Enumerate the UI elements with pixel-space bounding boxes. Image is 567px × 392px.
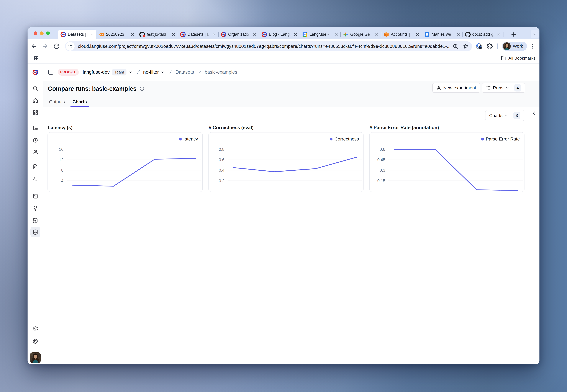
legend-label: latency xyxy=(184,136,198,141)
browser-menu-icon[interactable] xyxy=(530,43,536,49)
chevron-down-icon xyxy=(533,32,537,36)
tab-close-icon[interactable] xyxy=(456,32,460,37)
sidebar-item-search[interactable] xyxy=(30,83,40,94)
minimize-window-button[interactable] xyxy=(40,31,43,35)
new-experiment-button[interactable]: New experiment xyxy=(432,83,480,93)
sidebar-item-settings[interactable] xyxy=(30,323,40,334)
browser-tab[interactable]: Accounts | xyxy=(381,30,422,39)
tab-close-icon[interactable] xyxy=(293,32,298,37)
tab-title: feat(io-tabl xyxy=(147,32,170,37)
project-chevron-down-icon[interactable] xyxy=(161,70,165,74)
sidebar-item-home[interactable] xyxy=(30,95,40,106)
org-type-badge: Team xyxy=(112,69,127,75)
tab-groups-icon[interactable] xyxy=(34,56,39,61)
browser-tab[interactable]: feat(io-tabl xyxy=(137,30,178,39)
address-bar[interactable]: cloud.langfuse.com/project/cmfwgv8fx002o… xyxy=(65,41,472,51)
breadcrumb-slash-icon xyxy=(136,68,141,76)
breadcrumb-project[interactable]: no-filter xyxy=(143,70,159,75)
tab-close-icon[interactable] xyxy=(334,32,339,37)
tab-search-button[interactable] xyxy=(531,30,539,38)
bookmark-star-icon[interactable] xyxy=(463,43,469,49)
zoom-icon[interactable] xyxy=(453,43,458,49)
charts-menu-button[interactable]: Charts 3 xyxy=(485,110,524,121)
sidebar-item-insights[interactable] xyxy=(30,203,40,213)
chart-1: # Correctness (eval)0.20.40.60.8Correctn… xyxy=(209,125,364,192)
chart-0: Latency (s)481216latency xyxy=(47,125,203,192)
sidebar-item-prompts[interactable] xyxy=(30,161,40,172)
tab-close-icon[interactable] xyxy=(375,32,379,37)
langfuse-logo[interactable] xyxy=(28,64,43,81)
charts-panel: Charts 3 Latency (s)481216latency# Corre… xyxy=(43,107,529,364)
browser-tab[interactable]: Blog - Lang xyxy=(259,30,300,39)
sidebar-item-playground[interactable] xyxy=(30,173,40,184)
sidebar-toggle-icon[interactable] xyxy=(48,69,54,75)
tab-close-icon[interactable] xyxy=(415,32,420,37)
tab-charts[interactable]: Charts xyxy=(71,99,89,107)
svg-text:0.15: 0.15 xyxy=(377,179,385,183)
annotation-icon xyxy=(32,217,38,223)
collapse-panel-icon[interactable] xyxy=(532,111,537,115)
breadcrumb-slash-icon xyxy=(168,68,173,76)
breadcrumb-section[interactable]: Datasets xyxy=(175,70,194,75)
search-icon xyxy=(32,86,38,91)
chart-legend: latency xyxy=(179,136,198,141)
sidebar-item-users[interactable] xyxy=(30,147,40,157)
toolbar-right-cluster: Work xyxy=(476,42,536,51)
browser-tab[interactable]: Datasets | L xyxy=(58,30,96,39)
tab-close-icon[interactable] xyxy=(130,32,135,37)
browser-tab[interactable]: Google Ge xyxy=(340,30,381,39)
page-header: Compare runs: basic-examples New experim… xyxy=(43,81,539,107)
sidebar-item-tracing[interactable] xyxy=(30,123,40,134)
org-chevron-down-icon[interactable] xyxy=(128,70,132,74)
tab-outputs[interactable]: Outputs xyxy=(47,99,67,107)
playground-icon xyxy=(32,176,38,182)
browser-tab[interactable]: Langfuse - xyxy=(300,30,340,39)
sidebar-item-dashboards[interactable] xyxy=(30,107,40,118)
tab-title: 20250923 xyxy=(106,32,129,37)
tab-close-icon[interactable] xyxy=(90,32,94,37)
browser-tab[interactable]: Organizatio xyxy=(218,30,259,39)
folder-icon xyxy=(501,56,506,61)
sidebar-item-sessions[interactable] xyxy=(30,135,40,145)
close-window-button[interactable] xyxy=(34,31,37,35)
breadcrumb: PROD-EU langfuse-dev Team no-filter Data… xyxy=(43,64,539,81)
sidebar-item-evaluators[interactable] xyxy=(30,191,40,201)
all-bookmarks-button[interactable]: All Bookmarks xyxy=(501,56,536,61)
extensions-icon[interactable] xyxy=(486,43,493,50)
flask-icon xyxy=(437,86,441,90)
favicon-langfuse xyxy=(180,32,186,37)
sidebar-item-datasets[interactable] xyxy=(30,227,40,237)
reload-button[interactable] xyxy=(53,43,60,49)
tab-close-icon[interactable] xyxy=(171,32,176,37)
new-tab-button[interactable] xyxy=(510,31,517,38)
forward-button[interactable] xyxy=(42,43,48,49)
home-icon xyxy=(32,98,38,103)
svg-text:8: 8 xyxy=(61,168,64,173)
password-manager-icon[interactable] xyxy=(476,43,482,50)
browser-tab[interactable]: Datasets | L xyxy=(178,30,218,39)
tab-close-icon[interactable] xyxy=(497,32,501,37)
zoom-window-button[interactable] xyxy=(46,31,50,35)
site-settings-icon[interactable] xyxy=(66,42,75,51)
info-icon[interactable] xyxy=(140,86,144,91)
sidebar-item-annotation[interactable] xyxy=(30,215,40,225)
tab-close-icon[interactable] xyxy=(212,32,216,37)
breadcrumb-page[interactable]: basic-examples xyxy=(205,70,237,75)
breadcrumb-org[interactable]: langfuse-dev xyxy=(83,70,110,75)
profile-button[interactable]: Work xyxy=(502,42,527,51)
chart-card: 481216latency xyxy=(47,132,203,192)
sessions-icon xyxy=(32,138,38,143)
user-avatar[interactable] xyxy=(30,352,41,363)
tab-close-icon[interactable] xyxy=(253,32,257,37)
browser-tab[interactable]: Marlies we xyxy=(422,30,463,39)
url-text[interactable]: cloud.langfuse.com/project/cmfwgv8fx002o… xyxy=(78,44,451,49)
runs-button[interactable]: Runs 4 xyxy=(482,83,525,93)
favicon-co xyxy=(99,32,104,37)
browser-tab[interactable]: 20250923 xyxy=(96,30,137,39)
env-badge[interactable]: PROD-EU xyxy=(58,69,79,76)
button-separator xyxy=(512,85,512,91)
sidebar-item-support[interactable] xyxy=(30,336,40,347)
chart-legend: Parse Error Rate xyxy=(481,136,520,141)
browser-tab[interactable]: docs: add g xyxy=(463,30,503,39)
back-button[interactable] xyxy=(31,43,37,49)
